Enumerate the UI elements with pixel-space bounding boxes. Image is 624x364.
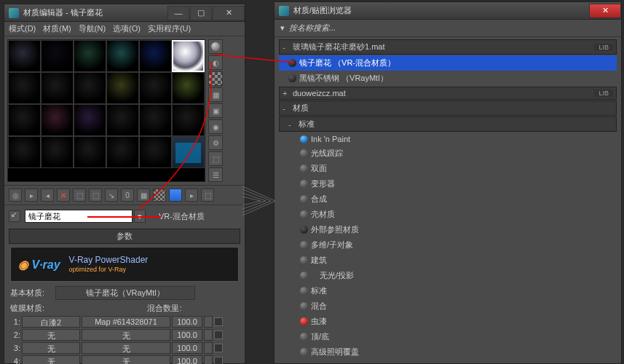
preview-button[interactable]: ◉ — [208, 119, 223, 134]
material-slot[interactable] — [106, 104, 139, 136]
blend-amount-field[interactable]: 100.0 — [172, 342, 202, 354]
title-bar[interactable]: 材质编辑器 - 镜子磨花 — ▢ ✕ — [4, 4, 245, 22]
search-options-button[interactable]: ▾ — [280, 23, 285, 33]
material-slot[interactable] — [139, 104, 172, 136]
tree-item[interactable]: 光线跟踪 — [279, 146, 617, 161]
material-slot[interactable] — [74, 104, 106, 136]
search-input[interactable]: 按名称搜索... — [289, 23, 336, 33]
enable-checkbox[interactable] — [214, 357, 223, 364]
blend-amount-field[interactable]: 100.0 — [172, 355, 202, 364]
material-slot[interactable] — [139, 72, 172, 104]
tree-item[interactable]: 无光/投影 — [279, 268, 617, 283]
menu-item[interactable]: 模式(D) — [9, 23, 36, 34]
reset-button[interactable]: ✕ — [57, 189, 70, 202]
material-slot[interactable] — [41, 40, 74, 72]
close-button[interactable]: ✕ — [213, 6, 245, 20]
material-slot[interactable] — [8, 40, 41, 72]
tree-item[interactable]: 标准 — [279, 283, 617, 298]
tree-group-header[interactable]: -标准 — [279, 116, 617, 132]
sample-uv-button[interactable]: ▦ — [208, 87, 223, 102]
material-slot[interactable] — [8, 72, 41, 104]
blend-map-button[interactable]: Map #614328071 — [82, 316, 170, 328]
material-slot[interactable] — [74, 40, 106, 72]
coat-material-button[interactable]: 无 — [22, 342, 80, 354]
material-slot[interactable] — [172, 136, 205, 168]
sample-type-button[interactable] — [208, 39, 223, 54]
go-to-parent-button[interactable] — [169, 189, 182, 202]
tree-group-header[interactable]: +duoweizcz.matLIB — [279, 87, 617, 100]
put-to-library-button[interactable]: ↘ — [105, 189, 118, 202]
put-to-scene-button[interactable]: ▸ — [25, 189, 38, 202]
backlight-button[interactable]: ◐ — [208, 55, 223, 70]
expand-icon[interactable]: - — [283, 104, 290, 113]
material-slot[interactable] — [41, 136, 74, 168]
expand-icon[interactable]: - — [288, 120, 296, 129]
coat-material-button[interactable]: 无 — [22, 329, 80, 341]
title-bar[interactable]: 材质/贴图浏览器 ✕ — [275, 2, 621, 20]
material-slot[interactable] — [74, 72, 106, 104]
tree-item[interactable]: 变形器 — [279, 176, 617, 191]
spinner[interactable] — [204, 329, 213, 341]
material-slot[interactable] — [8, 104, 41, 136]
enable-checkbox[interactable] — [214, 344, 223, 352]
show-end-result-button[interactable] — [153, 189, 166, 202]
expand-icon[interactable]: + — [283, 89, 290, 98]
tree-item[interactable]: 混合 — [279, 298, 617, 314]
show-map-button[interactable]: ▦ — [137, 189, 150, 202]
close-button[interactable]: ✕ — [589, 4, 621, 18]
blend-map-button[interactable]: 无 — [82, 342, 170, 354]
tree-item[interactable]: 高级照明覆盖 — [279, 344, 617, 357]
expand-icon[interactable]: - — [283, 43, 290, 52]
minimize-button[interactable]: — — [167, 6, 189, 20]
blend-amount-field[interactable]: 100.0 — [172, 316, 202, 328]
enable-checkbox[interactable] — [214, 331, 223, 339]
tree-group-header[interactable]: -玻璃镜子磨花非磨砂1.matLIB — [279, 39, 617, 55]
coat-material-button[interactable]: 无 — [22, 355, 80, 364]
go-forward-button[interactable]: ▸ — [185, 189, 198, 202]
menu-item[interactable]: 材质(M) — [43, 23, 71, 34]
tree-item[interactable]: 壳材质 — [279, 207, 617, 222]
pick-from-object-button[interactable]: ⬚ — [201, 189, 214, 202]
tree-item[interactable]: 多维/子对象 — [279, 237, 617, 253]
material-slot[interactable] — [106, 72, 139, 104]
blend-map-button[interactable]: 无 — [82, 355, 170, 364]
material-slot[interactable] — [139, 136, 172, 168]
material-slot[interactable] — [41, 104, 74, 136]
tree-item[interactable]: 虫漆 — [279, 314, 617, 329]
tree-item[interactable]: 建筑 — [279, 253, 617, 268]
maximize-button[interactable]: ▢ — [190, 6, 212, 20]
make-copy-button[interactable]: ⬚ — [73, 189, 86, 202]
material-type-label[interactable]: VR-混合材质 — [159, 211, 205, 222]
get-material-button[interactable]: ◎ — [9, 189, 22, 202]
material-slot[interactable] — [106, 40, 139, 72]
tree-item[interactable]: 双面 — [279, 161, 617, 176]
video-check-button[interactable]: ▣ — [208, 103, 223, 118]
spinner[interactable] — [204, 355, 213, 364]
material-slot[interactable] — [41, 72, 74, 104]
material-slot[interactable] — [172, 72, 205, 104]
tree-item[interactable]: 镜子磨花 （VR-混合材质） — [279, 55, 617, 71]
params-rollup-header[interactable]: 参数 — [9, 229, 240, 244]
menu-item[interactable]: 选项(O) — [113, 23, 141, 34]
blend-amount-field[interactable]: 100.0 — [172, 329, 202, 341]
material-slot[interactable] — [139, 40, 172, 72]
background-button[interactable] — [208, 71, 223, 86]
enable-checkbox[interactable] — [214, 317, 223, 326]
material-map-nav-button[interactable]: ☰ — [208, 167, 223, 182]
blend-map-button[interactable]: 无 — [82, 329, 170, 341]
material-slot[interactable] — [8, 136, 41, 168]
menu-item[interactable]: 导航(N) — [79, 23, 106, 34]
pick-material-dropper[interactable] — [9, 210, 20, 222]
base-material-button[interactable]: 镜子磨花（VRayMtl） — [55, 286, 195, 300]
options-button[interactable]: ⚙ — [208, 135, 223, 150]
tree-group-header[interactable]: -材质 — [279, 100, 617, 116]
material-slot[interactable] — [74, 136, 106, 168]
material-id-button[interactable]: 0 — [121, 189, 134, 202]
coat-material-button[interactable]: 白漆2 — [22, 316, 80, 328]
make-unique-button[interactable]: ⬚ — [89, 189, 102, 202]
tree-item[interactable]: 黑镜不锈钢 （VRayMtl） — [279, 71, 617, 86]
select-by-mat-button[interactable]: ⬚ — [208, 151, 223, 166]
spinner[interactable] — [204, 342, 213, 354]
tree-item[interactable]: Ink 'n Paint — [279, 132, 617, 146]
assign-to-selection-button[interactable]: ◂ — [41, 189, 54, 202]
